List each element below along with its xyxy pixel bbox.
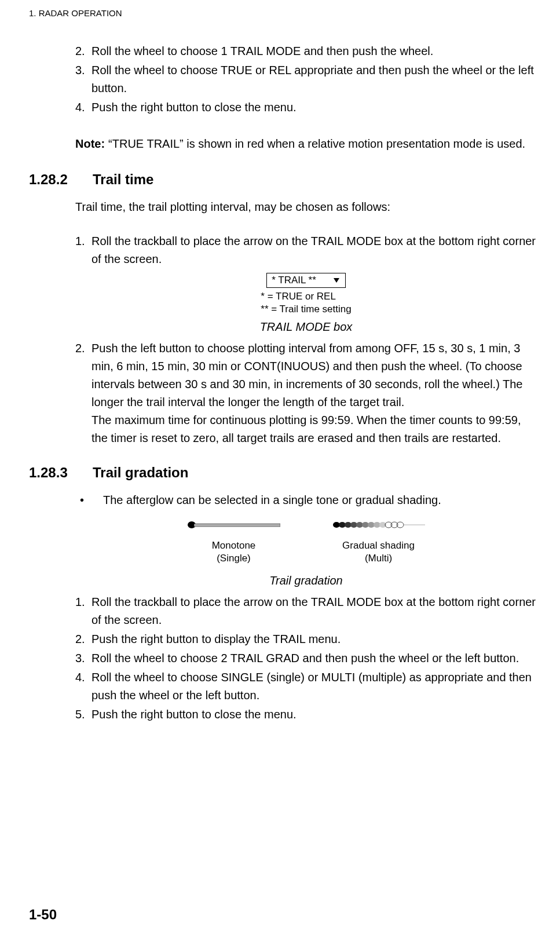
list-text: Roll the wheel to choose 2 TRAIL GRAD an… (91, 649, 537, 667)
note-text: “TRUE TRAIL” is shown in red when a rela… (108, 135, 537, 153)
list-number: 5. (75, 706, 91, 724)
list-text: Roll the wheel to choose 1 TRAIL MODE an… (91, 42, 537, 60)
gradual-example: Gradual shading (Multi) (332, 521, 425, 565)
list-text: Roll the wheel to choose SINGLE (single)… (91, 669, 537, 704)
page-number: 1-50 (29, 907, 57, 923)
list-text: Roll the trackball to place the arrow on… (91, 232, 537, 268)
gradual-trail-icon (332, 521, 425, 529)
section-heading: 1.28.2 Trail time (29, 171, 537, 188)
list-item: 3. Roll the wheel to choose 2 TRAIL GRAD… (75, 649, 537, 667)
gradual-label: Gradual shading (Multi) (342, 539, 415, 565)
trail-mode-box-label: * TRAIL ** (272, 275, 316, 286)
list-text: Push the right button to display the TRA… (91, 630, 537, 648)
list-item: 4. Push the right button to close the me… (75, 98, 537, 116)
bullet-text: The afterglow can be selected in a singl… (103, 491, 537, 509)
list-item: 4. Roll the wheel to choose SINGLE (sing… (75, 669, 537, 704)
list-number: 4. (75, 98, 91, 116)
list-number: 2. (75, 42, 91, 60)
list-item: 2. Push the right button to display the … (75, 630, 537, 648)
list-number: 2. (75, 339, 91, 447)
list-text: Roll the trackball to place the arrow on… (91, 593, 537, 629)
list-text: Push the right button to close the menu. (91, 706, 537, 724)
section-number: 1.28.2 (29, 171, 93, 188)
list-number: 1. (75, 232, 91, 268)
list-number: 2. (75, 630, 91, 648)
trail-mode-box: * TRAIL ** (266, 273, 346, 288)
list-item: 2. Push the left button to choose plotti… (75, 339, 537, 447)
content-area: 2. Roll the wheel to choose 1 TRAIL MODE… (75, 42, 537, 724)
gradation-figure: Monotone (Single) (75, 521, 537, 565)
label-line: (Multi) (342, 552, 415, 565)
trail-mode-figure: * TRAIL ** * = TRUE or REL ** = Trail ti… (75, 273, 537, 316)
list-number: 4. (75, 669, 91, 704)
svg-rect-1 (194, 524, 280, 527)
list-number: 3. (75, 649, 91, 667)
bullet-marker: • (75, 491, 103, 509)
dropdown-arrow-icon (334, 278, 339, 283)
list-item: 1. Roll the trackball to place the arrow… (75, 593, 537, 629)
section-intro: Trail time, the trail plotting interval,… (75, 198, 537, 216)
list-number: 1. (75, 593, 91, 629)
list-item: 3. Roll the wheel to choose TRUE or REL … (75, 61, 537, 97)
monotone-example: Monotone (Single) (188, 521, 280, 565)
trail-legend-line: * = TRUE or REL (261, 290, 351, 303)
trail-legend-line: ** = Trail time setting (261, 303, 351, 316)
list-item: 1. Roll the trackball to place the arrow… (75, 232, 537, 268)
section-title: Trail time (93, 171, 537, 188)
note-label: Note: (75, 135, 105, 153)
list-item: 2. Roll the wheel to choose 1 TRAIL MODE… (75, 42, 537, 60)
note-block: Note: “TRUE TRAIL” is shown in red when … (75, 135, 537, 153)
monotone-trail-icon (188, 521, 280, 529)
label-line: Gradual shading (342, 539, 415, 552)
list-number: 3. (75, 61, 91, 97)
list-item: 5. Push the right button to close the me… (75, 706, 537, 724)
figure-caption: Trail gradation (75, 574, 537, 587)
label-line: Monotone (212, 539, 256, 552)
page-header: 1. RADAR OPERATION (29, 8, 537, 18)
trail-legend: * = TRUE or REL ** = Trail time setting (261, 290, 351, 316)
section-heading: 1.28.3 Trail gradation (29, 465, 537, 481)
list-text: Roll the wheel to choose TRUE or REL app… (91, 61, 537, 97)
section-number: 1.28.3 (29, 465, 93, 481)
section-title: Trail gradation (93, 465, 537, 481)
list-text: Push the right button to close the menu. (91, 98, 537, 116)
monotone-label: Monotone (Single) (212, 539, 256, 565)
bullet-item: • The afterglow can be selected in a sin… (75, 491, 537, 509)
figure-caption: TRAIL MODE box (75, 320, 537, 334)
label-line: (Single) (212, 552, 256, 565)
list-text: Push the left button to choose plotting … (91, 339, 537, 447)
